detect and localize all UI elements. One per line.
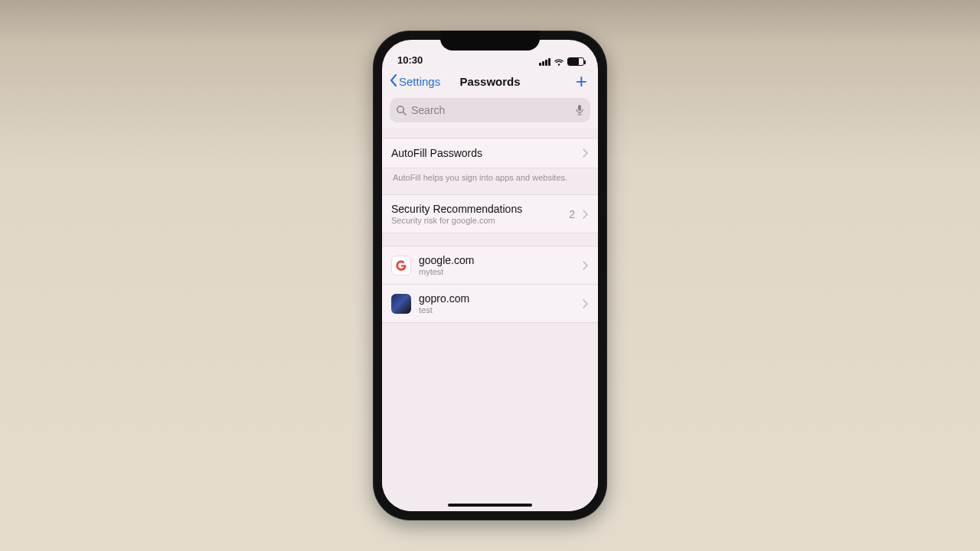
search-icon — [396, 105, 407, 116]
site-icon-gopro — [391, 294, 411, 314]
cellular-signal-icon — [539, 58, 550, 66]
chevron-right-icon — [583, 261, 589, 270]
back-button[interactable]: Settings — [390, 74, 440, 89]
svg-line-1 — [403, 112, 407, 116]
chevron-right-icon — [583, 299, 589, 308]
autofill-passwords-row[interactable]: AutoFill Passwords — [382, 138, 598, 168]
phone-frame: 10:30 Settings Passwords + — [373, 31, 607, 520]
security-group: Security Recommendations Security risk f… — [382, 194, 598, 233]
search-input[interactable] — [411, 104, 570, 116]
chevron-left-icon — [390, 74, 397, 89]
content-scroll[interactable]: AutoFill Passwords AutoFill helps you si… — [382, 129, 598, 511]
password-user: test — [419, 305, 575, 315]
status-indicators — [539, 57, 584, 66]
password-row-gopro[interactable]: gopro.com test — [382, 285, 598, 323]
search-container — [382, 95, 598, 129]
password-row-google[interactable]: google.com mytest — [382, 246, 598, 285]
security-title: Security Recommendations — [391, 203, 561, 215]
battery-icon — [567, 57, 584, 66]
back-label: Settings — [399, 75, 440, 88]
search-field[interactable] — [390, 98, 590, 122]
autofill-footer: AutoFill helps you sign into apps and we… — [382, 168, 598, 182]
site-icon-google — [391, 256, 411, 276]
password-user: mytest — [419, 267, 575, 276]
security-recommendations-row[interactable]: Security Recommendations Security risk f… — [382, 194, 598, 233]
security-subtitle: Security risk for google.com — [391, 216, 561, 225]
svg-rect-2 — [578, 105, 581, 111]
nav-bar: Settings Passwords + — [382, 67, 598, 95]
autofill-title: AutoFill Passwords — [391, 147, 575, 159]
chevron-right-icon — [583, 210, 589, 219]
password-list: google.com mytest gopro.com test — [382, 246, 598, 323]
autofill-group: AutoFill Passwords AutoFill helps you si… — [382, 138, 598, 182]
device-notch — [440, 31, 540, 51]
dictation-icon[interactable] — [575, 104, 584, 116]
google-g-icon — [395, 259, 407, 272]
screen: 10:30 Settings Passwords + — [382, 40, 598, 511]
password-site: google.com — [419, 254, 575, 266]
wifi-icon — [554, 58, 564, 66]
home-indicator[interactable] — [448, 504, 532, 507]
status-time: 10:30 — [397, 54, 423, 66]
security-count: 2 — [569, 208, 575, 220]
chevron-right-icon — [583, 148, 589, 158]
add-password-button[interactable]: + — [573, 71, 590, 91]
password-site: gopro.com — [419, 292, 575, 305]
